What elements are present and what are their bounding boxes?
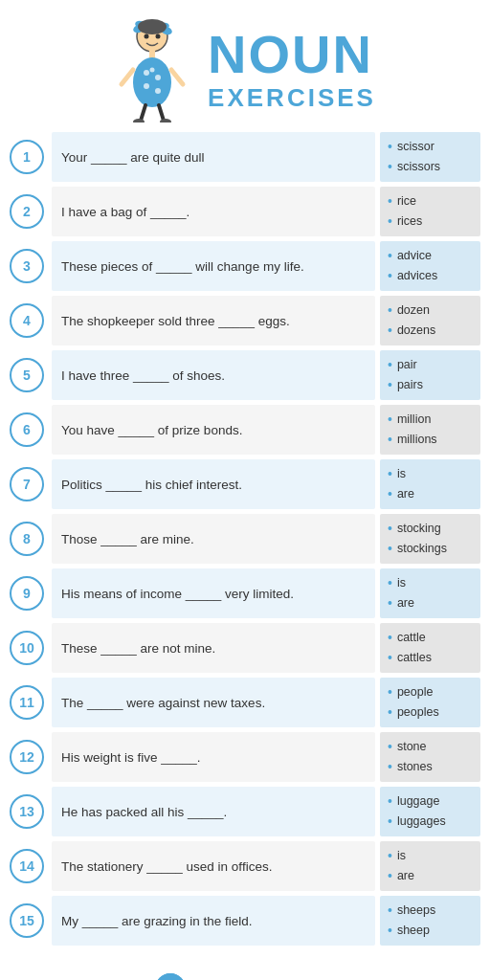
option-item: pair (388, 355, 473, 375)
question-row: 3These pieces of _____ will change my li… (10, 241, 480, 291)
footer-logo: ep ExamPlanning.Com (155, 973, 335, 980)
question-options: stonestones (380, 732, 480, 782)
option-item: dozens (388, 321, 473, 341)
question-text: My _____ are grazing in the field. (52, 896, 375, 946)
option-item: pairs (388, 375, 473, 395)
option-item: are (388, 866, 473, 886)
option-item: dozen (388, 301, 473, 321)
question-row: 10These _____ are not mine.cattlecattles (10, 623, 480, 673)
option-item: millions (388, 430, 473, 450)
question-options: cattlecattles (380, 623, 480, 673)
svg-point-7 (156, 34, 161, 39)
option-item: cattles (388, 648, 473, 668)
question-row: 4The shopkeeper sold three _____ eggs.do… (10, 296, 480, 345)
question-number: 7 (10, 467, 44, 501)
svg-point-11 (155, 75, 161, 80)
question-options: adviceadvices (380, 241, 480, 291)
svg-line-16 (171, 70, 183, 84)
option-item: stocking (388, 519, 473, 539)
option-item: million (388, 410, 473, 430)
question-number: 8 (10, 522, 44, 556)
question-row: 13He has packed all his _____.luggagelug… (10, 787, 480, 836)
question-row: 8Those _____ are mine.stockingstockings (10, 514, 480, 564)
question-number: 1 (10, 140, 44, 174)
question-row: 11The _____ were against new taxes.peopl… (10, 678, 480, 727)
question-options: luggageluggages (380, 787, 480, 836)
header: NOUN EXERCISES (0, 0, 490, 132)
question-number: 6 (10, 412, 44, 447)
option-item: stones (388, 757, 473, 777)
question-number: 11 (10, 685, 44, 720)
option-item: cattle (388, 628, 473, 648)
question-text: His weight is five _____. (52, 732, 375, 782)
question-row: 9His means of income _____ very limited.… (10, 568, 480, 618)
svg-line-15 (122, 70, 133, 84)
svg-point-21 (155, 973, 186, 980)
option-item: rices (388, 212, 473, 232)
option-item: peoples (388, 702, 473, 723)
question-row: 2I have a bag of _____.ricerices (10, 187, 480, 236)
question-options: isare (380, 568, 480, 618)
title-exercises: EXERCISES (208, 83, 376, 113)
question-text: His means of income _____ very limited. (52, 568, 375, 618)
svg-point-6 (145, 34, 149, 39)
question-number: 5 (10, 358, 44, 392)
option-item: is (388, 573, 473, 593)
svg-point-10 (144, 70, 149, 76)
question-text: These pieces of _____ will change my lif… (52, 241, 375, 291)
option-item: luggages (388, 812, 473, 832)
question-options: stockingstockings (380, 514, 480, 564)
question-options: scissorscissors (380, 132, 480, 182)
question-text: These _____ are not mine. (52, 623, 375, 673)
svg-point-13 (155, 88, 161, 94)
logo-icon: ep (155, 973, 186, 980)
question-options: peoplepeoples (380, 678, 480, 727)
svg-point-12 (144, 83, 149, 89)
footer: ep ExamPlanning.Com (0, 960, 490, 980)
question-text: The _____ were against new taxes. (52, 678, 375, 727)
svg-line-17 (141, 105, 145, 121)
svg-line-18 (159, 105, 164, 121)
option-item: advice (388, 246, 473, 266)
illustration (114, 17, 190, 122)
question-options: sheepssheep (380, 896, 480, 946)
question-number: 12 (10, 740, 44, 774)
question-options: pairpairs (380, 350, 480, 400)
svg-point-14 (150, 68, 155, 73)
option-item: sheep (388, 921, 473, 941)
question-options: isare (380, 841, 480, 891)
svg-rect-8 (149, 51, 155, 58)
question-text: I have a bag of _____. (52, 187, 375, 236)
svg-point-5 (138, 19, 167, 34)
option-item: are (388, 593, 473, 613)
option-item: luggage (388, 791, 473, 812)
question-row: 7Politics _____ his chief interest.isare (10, 459, 480, 509)
option-item: is (388, 846, 473, 866)
question-row: 15My _____ are grazing in the field.shee… (10, 896, 480, 946)
question-number: 3 (10, 249, 44, 283)
option-item: stockings (388, 539, 473, 559)
option-item: scissor (388, 137, 473, 157)
svg-point-9 (133, 57, 171, 107)
question-text: Those _____ are mine. (52, 514, 375, 564)
question-row: 12His weight is five _____.stonestones (10, 732, 480, 782)
option-item: advices (388, 266, 473, 286)
question-row: 6You have _____ of prize bonds.millionmi… (10, 405, 480, 455)
question-number: 15 (10, 903, 44, 938)
question-number: 10 (10, 631, 44, 665)
question-number: 13 (10, 794, 44, 829)
option-item: rice (388, 191, 473, 212)
question-row: 14The stationery _____ used in offices.i… (10, 841, 480, 891)
question-options: dozendozens (380, 296, 480, 345)
option-item: stone (388, 737, 473, 757)
questions-list: 1Your _____ are quite dullscissorscissor… (0, 132, 490, 960)
question-text: Politics _____ his chief interest. (52, 459, 375, 509)
option-item: sheeps (388, 901, 473, 921)
question-number: 9 (10, 576, 44, 611)
question-text: You have _____ of prize bonds. (52, 405, 375, 455)
option-item: are (388, 484, 473, 504)
question-text: I have three _____ of shoes. (52, 350, 375, 400)
header-text: NOUN EXERCISES (208, 28, 376, 113)
question-options: isare (380, 459, 480, 509)
question-options: millionmillions (380, 405, 480, 455)
